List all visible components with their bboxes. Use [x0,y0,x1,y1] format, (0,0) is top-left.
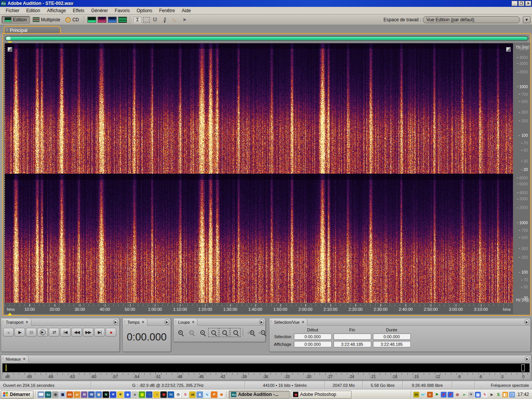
quick-diamond-icon[interactable]: ◈ [124,391,131,398]
quick-eye-icon[interactable]: ◉ [160,391,167,398]
loop-play-button[interactable]: ⇄ [49,328,59,337]
restore-button[interactable]: ❐ [518,1,524,6]
quick-capture-icon[interactable]: N [103,391,109,398]
minimize-button[interactable]: _ [511,1,518,6]
quick-ball-icon[interactable]: ◑ [153,391,160,398]
marquee-selection-tool-icon[interactable] [143,17,150,22]
menu-edition[interactable]: Edition [23,7,44,14]
tray-temperature[interactable]: 40° [420,392,426,397]
affichage-duree-field[interactable]: 3:22:48.185 [373,341,411,347]
niveaux-panel-menu-icon[interactable]: ▶ [525,356,530,361]
tray-power-icon[interactable]: ϟ [482,392,488,397]
task-audition[interactable]: AuAdobe Audition -... [229,391,290,399]
tray-network-off-icon[interactable]: ✗ [441,392,446,397]
db-scale[interactable]: dB-69-66-63-60-57-54-51-48-45-42-39-36-3… [2,373,530,380]
stop-button[interactable]: ■ [3,328,14,337]
temps-tab[interactable]: ⣿ Temps × [123,318,147,326]
overview-scrollbar-cap[interactable] [6,36,11,40]
quick-pdf-icon[interactable]: P [211,391,217,398]
task-photoshop[interactable]: ◉Adobe Photoshop [291,391,352,399]
close-button[interactable]: ✕ [525,1,531,6]
temps-panel-menu-icon[interactable]: ▶ [165,320,169,325]
quick-reader-icon[interactable]: a [131,391,138,398]
go-to-end-button[interactable]: ▶| [94,328,105,337]
menu-fichier[interactable]: Fichier [2,7,23,14]
tab-principal[interactable]: ⣿ Principal [4,26,61,34]
quick-word-icon[interactable]: W [88,391,95,398]
quick-chart-icon[interactable]: ▥ [139,391,145,398]
zoom-in-horizontal-button[interactable]: + [175,328,185,337]
transport-panel-menu-icon[interactable]: ▶ [113,320,118,325]
level-meter[interactable] [2,363,530,372]
quick-rx-icon[interactable]: RX [66,391,73,398]
zoom-in-vertical-button[interactable]: ↕+ [245,328,256,337]
quick-burst-icon[interactable]: ✳ [117,391,124,398]
fast-forward-button[interactable]: ▶▶ [83,328,93,337]
quick-audition-icon[interactable]: Au [45,391,51,398]
quick-record-icon[interactable]: ◉ [52,391,59,398]
quick-desktop-icon[interactable]: ⌨ [38,391,44,398]
playback-cursor[interactable] [5,43,5,303]
scrub-tool-icon[interactable]: ➤ [180,16,189,24]
go-to-start-button[interactable]: |◀ [60,328,71,337]
quick-sbp-icon[interactable]: S [182,391,188,398]
quick-user-icon[interactable]: ♟ [196,391,203,398]
menu-aide[interactable]: Aide [178,7,194,14]
tray-cursor-icon[interactable]: ➤ [489,392,494,397]
overview-scrollbar[interactable] [5,36,529,41]
lasso-selection-tool-icon[interactable]: ᕫ [150,16,160,24]
spectral-display-icon[interactable] [98,17,106,23]
loupe-panel-menu-icon[interactable]: ▶ [259,320,264,325]
selection-vue-tab[interactable]: ⣿ Sélection/Vue × [269,318,307,326]
quick-ultraedit-icon[interactable]: UE [189,391,196,398]
loupe-close-icon[interactable]: × [192,320,195,324]
tray-flag-icon[interactable]: ⚑ [434,392,440,397]
tray-scanner-icon[interactable]: ⌖ [468,392,474,397]
overview-scrollbar-thumb[interactable] [5,36,528,40]
selection-duree-field[interactable]: 0:00.000 [373,333,411,340]
record-button[interactable]: ● [106,328,116,337]
tray-doc-icon[interactable]: ❒ [509,392,515,397]
zoom-out-vertical-button[interactable]: ↕− [256,328,267,337]
quick-globe-icon[interactable]: ◔ [146,391,152,398]
zoom-to-selection-button[interactable] [208,328,218,337]
zoom-out-full-button[interactable]: − [197,328,207,337]
selection-close-icon[interactable]: × [302,320,304,324]
pause-button[interactable]: ▮▮ [26,328,36,337]
affichage-debut-field[interactable]: 0:00.000 [294,341,332,347]
menu-generer[interactable]: Générer [88,7,111,14]
selection-debut-field[interactable]: 0:00.000 [294,333,332,340]
play-from-cursor-button[interactable]: ▶ [37,328,48,337]
time-selection-tool-icon[interactable]: Ꮖ [133,16,142,24]
niveaux-tab[interactable]: ⣿ Niveaux × [1,355,29,363]
tray-network2-off-icon[interactable]: ✗ [448,392,453,397]
quick-folder-icon[interactable]: ▱ [74,391,80,398]
affichage-fin-field[interactable]: 3:22:48.185 [333,341,371,347]
phase-display-icon[interactable] [118,17,127,23]
quick-dial-icon[interactable]: ◷ [175,391,181,398]
right-channel-toggle-icon[interactable] [506,47,511,52]
quick-tools-icon[interactable]: ✕ [110,391,116,398]
edition-view-button[interactable]: Edition [2,16,30,24]
zoom-out-horizontal-button[interactable]: − [186,328,196,337]
menu-favoris[interactable]: Favoris [111,7,133,14]
menu-affichage[interactable]: Affichage [44,7,70,14]
transport-tab[interactable]: ⣿ Transport × [1,318,32,326]
workspace-select[interactable]: Vue Edition (par défaut) [423,16,520,23]
menu-fenetre[interactable]: Fenêtre [156,7,178,14]
quick-tc-icon[interactable]: TC [168,391,174,398]
time-ruler[interactable]: hms hms 10:0020:0030:0040:0050:001:00:00… [5,304,513,314]
start-button[interactable]: Démarrer [1,391,33,399]
waveform-display-icon[interactable] [87,17,96,23]
title-bar[interactable]: Au Adobe Audition - STE-002.wav _ ❐ ✕ [0,0,532,7]
niveaux-close-icon[interactable]: × [23,357,25,361]
tray-update-icon[interactable]: ➣ [461,392,467,397]
cd-view-button[interactable]: CD [63,16,81,23]
tray-meter-icon[interactable]: 00 [413,392,419,397]
selection-panel-menu-icon[interactable]: ▶ [524,320,529,325]
cursor-marker-bottom-icon[interactable] [8,313,12,315]
tray-display-icon[interactable]: ▤ [475,392,481,397]
rewind-button[interactable]: ◀◀ [71,328,82,337]
multipiste-view-button[interactable]: Multipiste [30,16,63,23]
menu-options[interactable]: Options [133,7,155,14]
